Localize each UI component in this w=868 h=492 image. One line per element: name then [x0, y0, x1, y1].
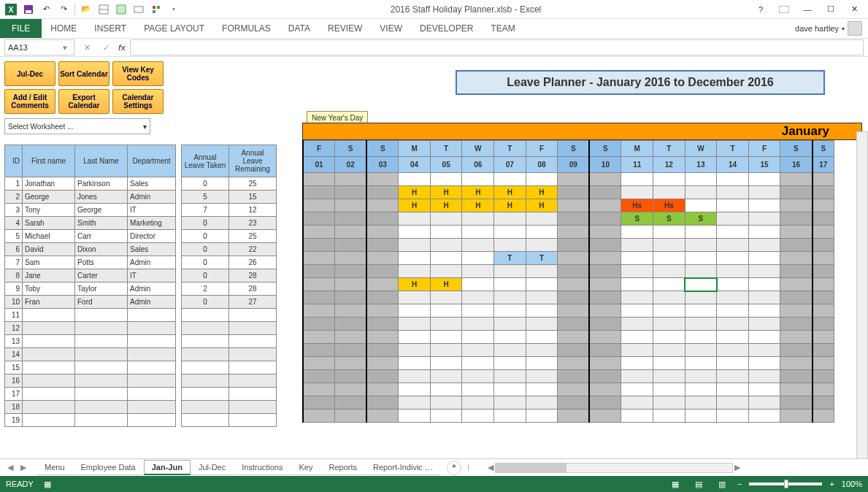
table-row[interactable] [182, 348, 277, 361]
calendar-row[interactable] [303, 173, 834, 186]
calendar-cell[interactable] [589, 278, 621, 291]
avatar[interactable] [848, 21, 862, 36]
calendar-cell[interactable] [494, 212, 526, 226]
calendar-cell[interactable] [748, 291, 780, 304]
calendar-cell[interactable] [685, 199, 717, 212]
table-row[interactable]: 515 [182, 191, 277, 204]
calendar-cell[interactable]: Hs [621, 199, 653, 212]
calendar-cell[interactable] [430, 252, 462, 265]
table-row[interactable] [182, 361, 277, 374]
calendar-cell[interactable] [621, 370, 653, 383]
calendar-cell[interactable] [366, 278, 399, 291]
calendar-row[interactable] [303, 383, 834, 396]
calendar-cell[interactable] [748, 344, 780, 357]
calendar-cell[interactable] [399, 252, 431, 265]
calendar-cell[interactable] [621, 278, 653, 291]
calendar-row[interactable] [303, 226, 834, 239]
calendar-cell[interactable] [366, 331, 399, 344]
calendar-cell[interactable] [526, 291, 558, 304]
calendar-cell[interactable] [653, 304, 685, 318]
tab-developer[interactable]: DEVELOPER [411, 19, 482, 38]
tab-review[interactable]: REVIEW [319, 19, 371, 38]
table-row[interactable]: 12 [5, 322, 176, 335]
calendar-cell[interactable] [462, 396, 494, 410]
calendar-cell[interactable] [303, 278, 335, 291]
calendar-cell[interactable] [462, 265, 494, 278]
calendar-cell[interactable] [462, 252, 494, 265]
table-row[interactable]: 2GeorgeJonesAdmin [5, 191, 176, 204]
minimize-icon[interactable]: — [796, 1, 818, 18]
calendar-cell[interactable] [494, 318, 526, 331]
calendar-cell[interactable] [589, 357, 621, 370]
calendar-cell[interactable] [366, 239, 399, 252]
table-row[interactable] [182, 374, 277, 388]
calendar-cell[interactable] [494, 370, 526, 383]
calendar-row[interactable]: HHHHHHsHs [303, 199, 834, 212]
calendar-cell[interactable] [462, 278, 494, 291]
calendar-cell[interactable]: T [494, 252, 526, 265]
calendar-cell[interactable] [748, 252, 780, 265]
calendar-cell[interactable]: H [430, 186, 462, 199]
calendar-cell[interactable]: H [399, 278, 431, 291]
calendar-cell[interactable] [303, 252, 335, 265]
calendar-cell[interactable] [558, 331, 590, 344]
calendar-cell[interactable] [335, 331, 367, 344]
calendar-cell[interactable] [430, 357, 462, 370]
calendar-cell[interactable] [526, 318, 558, 331]
leave-table[interactable]: Annual Leave Taken Annual Leave Remainin… [181, 145, 277, 427]
calendar-cell[interactable] [366, 383, 399, 396]
calendar-cell[interactable] [558, 226, 590, 239]
calendar-cell[interactable] [685, 318, 717, 331]
formula-bar[interactable] [130, 39, 864, 55]
calendar-cell[interactable] [653, 396, 685, 410]
calendar-cell[interactable] [494, 226, 526, 239]
calendar-cell[interactable] [366, 396, 399, 410]
calendar-cell[interactable] [621, 239, 653, 252]
calendar-cell[interactable] [748, 226, 780, 239]
calendar-row[interactable]: HH [303, 278, 834, 291]
table-row[interactable]: 17 [5, 388, 176, 401]
calendar-cell[interactable] [558, 383, 590, 396]
calendar-cell[interactable] [526, 383, 558, 396]
calendar-cell[interactable] [430, 370, 462, 383]
macro-btn-1[interactable]: Sort Calendar [58, 61, 110, 86]
calendar-row[interactable] [303, 344, 834, 357]
calendar-cell[interactable] [813, 186, 834, 199]
calendar-cell[interactable]: H [430, 278, 462, 291]
calendar-cell[interactable] [621, 318, 653, 331]
calendar-cell[interactable] [558, 278, 590, 291]
calendar-cell[interactable] [780, 291, 813, 304]
calendar-cell[interactable] [653, 265, 685, 278]
sheet-tab[interactable]: Key [291, 460, 320, 475]
calendar-cell[interactable] [494, 410, 526, 423]
calendar-cell[interactable] [653, 291, 685, 304]
calendar-cell[interactable] [366, 318, 399, 331]
calendar-cell[interactable] [685, 383, 717, 396]
table-row[interactable]: 4SarahSmithMarketing [5, 217, 176, 230]
calendar-cell[interactable] [685, 239, 717, 252]
calendar-cell[interactable] [813, 410, 834, 423]
qat-icon-2[interactable] [113, 1, 129, 18]
table-row[interactable]: 5MichaelCarrDirector [5, 230, 176, 243]
table-row[interactable]: 6DavidDixonSales [5, 243, 176, 256]
calendar-cell[interactable] [366, 357, 399, 370]
calendar-cell[interactable] [462, 370, 494, 383]
table-row[interactable]: 3TonyGeorgeIT [5, 204, 176, 217]
table-row[interactable] [182, 335, 277, 348]
calendar-cell[interactable] [303, 396, 335, 410]
calendar-cell[interactable] [430, 304, 462, 318]
calendar-cell[interactable] [558, 357, 590, 370]
calendar-cell[interactable] [589, 199, 621, 212]
calendar-cell[interactable] [621, 357, 653, 370]
calendar-cell[interactable] [430, 291, 462, 304]
calendar-cell[interactable] [494, 383, 526, 396]
calendar-cell[interactable] [780, 370, 813, 383]
calendar-cell[interactable] [399, 344, 431, 357]
calendar-cell[interactable] [621, 304, 653, 318]
calendar-cell[interactable] [589, 265, 621, 278]
tab-team[interactable]: TEAM [482, 19, 523, 38]
calendar-cell[interactable] [748, 357, 780, 370]
calendar-cell[interactable] [653, 239, 685, 252]
calendar-cell[interactable] [780, 199, 813, 212]
calendar-cell[interactable] [653, 252, 685, 265]
